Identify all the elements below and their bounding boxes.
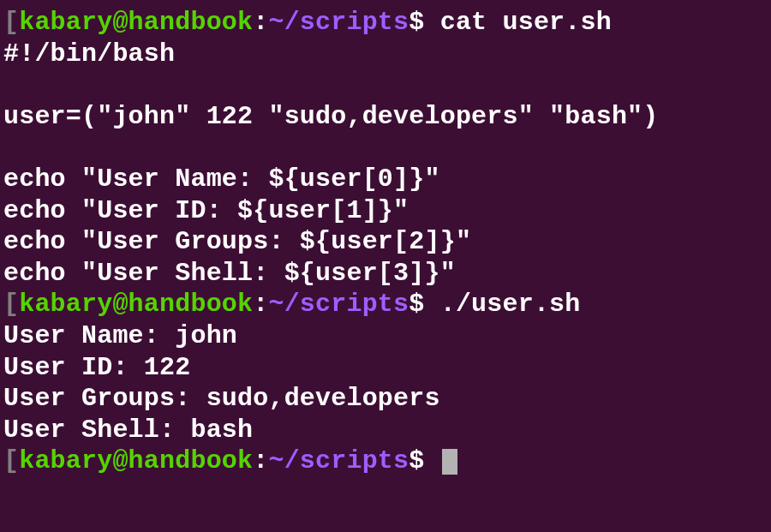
output-line-groups: User Groups: sudo,developers (3, 383, 768, 415)
output-line-name: User Name: john (3, 320, 768, 352)
file-line-echo-groups: echo "User Groups: ${user[2]}" (3, 226, 768, 258)
cwd-path: ~/scripts (268, 8, 409, 37)
colon: : (253, 290, 268, 319)
output-line-id: User ID: 122 (3, 352, 768, 384)
file-line-blank-2 (3, 132, 768, 164)
command-cat: cat user.sh (440, 8, 612, 37)
file-line-shebang: #!/bin/bash (3, 39, 768, 70)
dollar: $ (409, 290, 439, 319)
bracket-open: [ (3, 8, 19, 37)
dollar: $ (409, 8, 439, 37)
bracket-open: [ (3, 290, 19, 319)
user-host: kabary@handbook (19, 8, 253, 37)
file-line-array: user=("john" 122 "sudo,developers" "bash… (3, 101, 768, 133)
user-host: kabary@handbook (19, 446, 253, 475)
file-line-echo-id: echo "User ID: ${user[1]}" (3, 195, 768, 227)
prompt-line-3[interactable]: [kabary@handbook:~/scripts$ (3, 445, 768, 477)
prompt-line-1: [kabary@handbook:~/scripts$ cat user.sh (3, 7, 768, 39)
file-line-echo-shell: echo "User Shell: ${user[3]}" (3, 258, 768, 290)
cwd-path: ~/scripts (268, 290, 409, 319)
cursor-block-icon (442, 449, 457, 475)
output-line-shell: User Shell: bash (3, 415, 768, 446)
file-line-blank-1 (3, 69, 768, 101)
file-line-echo-name: echo "User Name: ${user[0]}" (3, 164, 768, 195)
prompt-line-2: [kabary@handbook:~/scripts$ ./user.sh (3, 289, 768, 320)
bracket-open: [ (3, 446, 19, 475)
user-host: kabary@handbook (19, 290, 253, 319)
colon: : (253, 8, 268, 37)
terminal-window[interactable]: [kabary@handbook:~/scripts$ cat user.sh … (3, 7, 768, 477)
dollar: $ (409, 446, 439, 475)
colon: : (253, 446, 268, 475)
cwd-path: ~/scripts (268, 446, 409, 475)
command-run: ./user.sh (440, 290, 581, 319)
